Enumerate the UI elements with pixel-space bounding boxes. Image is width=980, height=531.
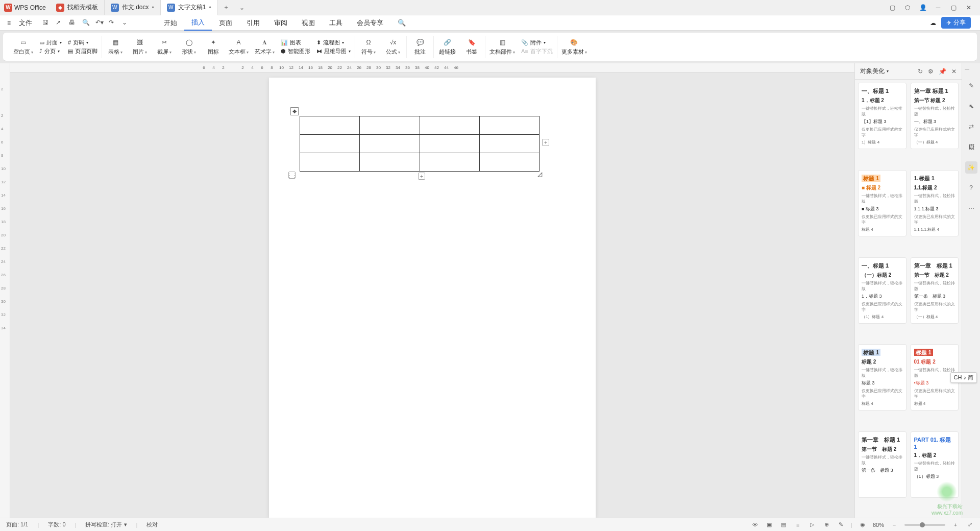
tab-member[interactable]: 会员专享 — [350, 15, 390, 31]
cover-button[interactable]: ▭封面▾ — [39, 39, 62, 46]
style-card[interactable]: 1.标题 11.1.标题 2一键替换样式，轻松排版1.1.1.标题 3仅更换已应… — [911, 170, 959, 236]
tab-page[interactable]: 页面 — [212, 15, 239, 31]
table-resize-handle[interactable]: ◿ — [537, 171, 543, 176]
tab-insert[interactable]: 插入 — [184, 15, 212, 31]
row-grip[interactable]: ⋮⋮ — [288, 172, 296, 179]
more-assets-button[interactable]: 🎨更多素材 — [561, 38, 587, 56]
shape-button[interactable]: ◯形状 — [180, 38, 198, 56]
cube-icon[interactable]: ⬡ — [903, 4, 912, 12]
comment-button[interactable]: 💬批注 — [411, 38, 429, 56]
web-icon[interactable]: ⊕ — [822, 521, 830, 529]
style-card[interactable]: PART 01. 标题 11．标题 2一键替换样式，轻松排版（1）标题 3 — [911, 431, 959, 498]
style-card[interactable]: 第一章 标题 1第一节 标题 2一键替换样式，轻松排版一、标题 3仅更换已应用样… — [911, 83, 959, 149]
docparts-button[interactable]: ▥文档部件 — [489, 38, 515, 56]
qat-customize-icon[interactable]: ⌄ — [122, 19, 130, 27]
eye-icon[interactable]: 👁 — [751, 521, 759, 529]
horizontal-ruler[interactable]: 6422468101214161820222426283032343638404… — [10, 63, 854, 73]
minimize-button[interactable]: ─ — [934, 4, 942, 12]
focus-icon[interactable]: ◉ — [859, 521, 867, 529]
tab-start[interactable]: 开始 — [157, 15, 184, 31]
help-icon[interactable]: ? — [965, 182, 977, 194]
close-panel-icon[interactable]: ✕ — [951, 68, 957, 75]
flowchart-button[interactable]: ⬍流程图▾ — [316, 39, 351, 46]
doc-tab-file1[interactable]: W 作文.docx • — [105, 0, 161, 15]
table-button[interactable]: ▦表格 — [106, 38, 125, 56]
table-move-handle[interactable]: ✥ — [290, 107, 299, 115]
picture-button[interactable]: 🖼图片 — [131, 38, 149, 56]
zoom-level[interactable]: 80% — [873, 522, 884, 528]
undo-icon[interactable]: ↶▾ — [95, 19, 104, 27]
icon-button[interactable]: ✦图标 — [204, 38, 223, 56]
share-button[interactable]: ✈ 分享 — [941, 17, 971, 29]
export-icon[interactable]: ↗ — [56, 19, 64, 27]
page-indicator[interactable]: 页面: 1/1 — [6, 521, 28, 528]
equation-button[interactable]: √x公式 — [384, 38, 402, 56]
hyperlink-button[interactable]: 🔗超链接 — [438, 38, 456, 56]
print-icon[interactable]: 🖶 — [69, 19, 77, 27]
style-card[interactable]: 一、标题 11．标题 2一键替换样式，轻松排版【1】标题 3仅更换已应用样式的文… — [858, 83, 906, 149]
page-number-button[interactable]: #页码▾ — [68, 39, 97, 46]
page-break-button[interactable]: ⤴分页▾ — [39, 47, 62, 55]
add-column-button[interactable]: + — [542, 139, 549, 146]
save-icon[interactable]: 🖫 — [42, 19, 51, 27]
refresh-icon[interactable]: ↻ — [918, 68, 923, 75]
collapse-rail-icon[interactable]: ─ — [965, 65, 977, 71]
tab-view[interactable]: 视图 — [295, 15, 322, 31]
tab-tools[interactable]: 工具 — [322, 15, 350, 31]
fit-icon[interactable]: ⤢ — [966, 521, 974, 529]
tab-menu-button[interactable]: ⌄ — [234, 4, 250, 11]
hamburger-icon[interactable]: ≡ — [4, 19, 14, 27]
tab-review[interactable]: 审阅 — [267, 15, 295, 31]
style-card[interactable]: 一、标题 1（一）标题 2一键替换样式，轻松排版1．标题 3仅更换已应用样式的文… — [858, 257, 906, 324]
style-card[interactable]: 标题 1标题 2一键替换样式，轻松排版标题 3仅更换已应用样式的文字标题 4 — [858, 344, 906, 411]
preview-icon[interactable]: 🔍 — [82, 19, 90, 27]
tab-reference[interactable]: 引用 — [239, 15, 267, 31]
file-menu[interactable]: 文件 — [15, 18, 36, 28]
spellcheck-toggle[interactable]: 拼写检查: 打开 ▾ — [85, 521, 127, 528]
ime-indicator[interactable]: CH ♪ 简 — [950, 372, 977, 383]
maximize-button[interactable]: ▢ — [949, 4, 958, 12]
style-card[interactable]: 第一章 标题 1第一节 标题 2一键替换样式，轻松排版第一条 标题 3仅更换已应… — [911, 257, 959, 324]
word-count[interactable]: 字数: 0 — [48, 521, 65, 528]
add-row-button[interactable]: + — [418, 173, 425, 180]
layout-icon[interactable]: ▤ — [779, 521, 788, 529]
zoom-out-button[interactable]: − — [890, 521, 898, 529]
document-scroll[interactable]: ✥ + ⋮⋮ + ◿ — [10, 73, 854, 518]
outline-icon[interactable]: ≡ — [794, 521, 802, 529]
doc-tab-templates[interactable]: ◆ 找稻壳模板 — [50, 0, 105, 15]
avatar-icon[interactable]: 👤 — [919, 4, 927, 12]
redo-icon[interactable]: ↷ — [109, 19, 117, 27]
search-button[interactable]: 🔍 — [390, 15, 413, 31]
style-gallery[interactable]: 一、标题 11．标题 2一键替换样式，轻松排版【1】标题 3仅更换已应用样式的文… — [855, 80, 962, 518]
header-footer-button[interactable]: ▤页眉页脚 — [68, 47, 97, 55]
gallery-icon[interactable]: 🖼 — [965, 141, 977, 153]
beautify-icon[interactable]: ✨ — [965, 161, 977, 174]
symbol-button[interactable]: Ω符号 — [359, 38, 378, 56]
wordart-button[interactable]: 𝐀艺术字 — [255, 38, 275, 56]
dropper-icon[interactable]: ✎ — [837, 521, 845, 529]
more-icon[interactable]: ⋯ — [965, 202, 977, 214]
bookmark-button[interactable]: 🔖书签 — [462, 38, 481, 56]
proofread-button[interactable]: 校对 — [146, 521, 158, 528]
zoom-in-button[interactable]: + — [951, 521, 960, 529]
mindmap-button[interactable]: ⧓思维导图▾ — [316, 47, 351, 55]
document-table[interactable] — [300, 116, 540, 172]
chart-button[interactable]: 📊图表 — [281, 39, 310, 46]
pin-icon[interactable]: 📌 — [939, 68, 946, 75]
book-icon[interactable]: ▣ — [765, 521, 773, 529]
vertical-ruler[interactable]: 2246810121416182022242628303234 — [0, 63, 10, 518]
read-icon[interactable]: ▷ — [808, 521, 816, 529]
doc-tab-file2[interactable]: W 文字文稿1 • — [161, 0, 218, 15]
pencil-icon[interactable]: ✎ — [965, 80, 977, 92]
textbox-button[interactable]: A文本框 — [229, 38, 249, 56]
multiwin-icon[interactable]: ▢ — [888, 4, 896, 12]
new-tab-button[interactable]: ＋ — [218, 3, 234, 12]
close-button[interactable]: ✕ — [965, 4, 973, 12]
style-card[interactable]: 标题 1■ 标题 2一键替换样式，轻松排版■ 标题 3仅更换已应用样式的文字标题… — [858, 170, 906, 236]
blank-page-button[interactable]: ▭空白页 — [13, 38, 33, 56]
cloud-icon[interactable]: ☁ — [930, 19, 936, 27]
smartart-button[interactable]: ⬢智能图形 — [281, 47, 310, 55]
attachment-button[interactable]: 📎附件▾ — [521, 39, 553, 46]
style-card[interactable]: 第一章 标题 1第一节 标题 2一键替换样式，轻松排版第一条 标题 3 — [858, 431, 906, 498]
select-icon[interactable]: ⬉ — [965, 100, 977, 112]
